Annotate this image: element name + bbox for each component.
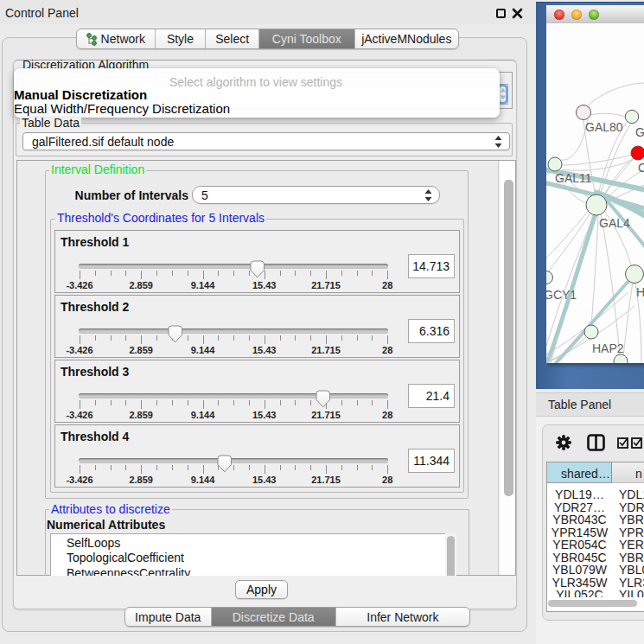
svg-text:GA: GA [635, 125, 644, 139]
svg-text:GAL80: GAL80 [585, 120, 623, 134]
svg-text:HAP2: HAP2 [592, 341, 624, 355]
svg-text:GAL4: GAL4 [599, 216, 630, 230]
svg-text:H: H [636, 285, 644, 299]
svg-text:C: C [638, 161, 644, 175]
svg-text:GCY1: GCY1 [546, 288, 577, 302]
svg-text:GAL11: GAL11 [555, 171, 592, 185]
